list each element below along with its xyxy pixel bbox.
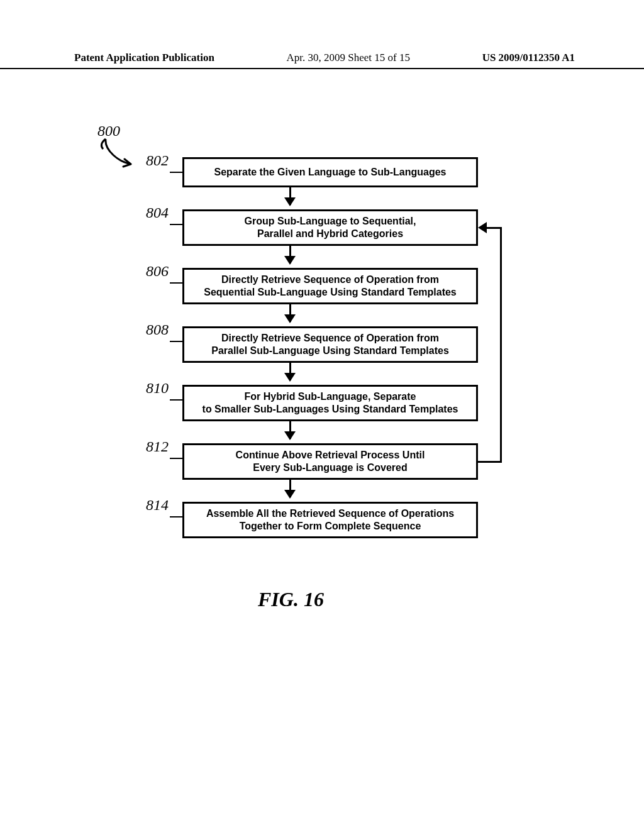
- ref-802: 802: [146, 152, 169, 169]
- lead-804: [170, 224, 184, 225]
- arrow-808-810: [289, 363, 291, 380]
- lead-814: [170, 516, 184, 517]
- arrow-812-814: [289, 480, 291, 497]
- ref-810: 810: [146, 380, 169, 397]
- ref-808: 808: [146, 321, 169, 338]
- lead-806: [170, 282, 184, 284]
- step-box-804: Group Sub-Language to Sequential,Paralle…: [182, 209, 478, 246]
- step-text-812: Continue Above Retrieval Process UntilEv…: [236, 449, 425, 474]
- step-text-810: For Hybrid Sub-Language, Separateto Smal…: [203, 390, 458, 416]
- arrow-810-812: [289, 421, 291, 439]
- feedback-arrowhead: [478, 222, 487, 233]
- step-box-806: Directly Retrieve Sequence of Operation …: [182, 268, 478, 304]
- step-box-808: Directly Retrieve Sequence of Operation …: [182, 326, 478, 363]
- header-left: Patent Application Publication: [74, 52, 214, 64]
- step-text-814: Assemble All the Retrieved Sequence of O…: [206, 507, 454, 533]
- ref-800-pointer: [99, 138, 137, 175]
- ref-812: 812: [146, 438, 169, 455]
- arrow-802-804: [289, 187, 291, 205]
- step-box-812: Continue Above Retrieval Process UntilEv…: [182, 443, 478, 480]
- feedback-h-bottom: [478, 461, 502, 463]
- arrow-806-808: [289, 304, 291, 322]
- ref-806: 806: [146, 263, 169, 280]
- feedback-h-top: [486, 227, 502, 229]
- lead-802: [170, 172, 184, 173]
- arrow-804-806: [289, 246, 291, 263]
- step-box-802: Separate the Given Language to Sub-Langu…: [182, 157, 478, 187]
- ref-814: 814: [146, 497, 169, 514]
- step-box-810: For Hybrid Sub-Language, Separateto Smal…: [182, 385, 478, 421]
- step-text-808: Directly Retrieve Sequence of Operation …: [211, 332, 449, 357]
- step-text-804: Group Sub-Language to Sequential,Paralle…: [245, 215, 416, 240]
- header-right: US 2009/0112350 A1: [482, 52, 575, 64]
- page-header: Patent Application Publication Apr. 30, …: [0, 52, 644, 69]
- figure-caption: FIG. 16: [258, 588, 324, 611]
- lead-808: [170, 341, 184, 342]
- step-text-802: Separate the Given Language to Sub-Langu…: [214, 166, 447, 179]
- ref-804: 804: [146, 204, 169, 221]
- step-text-806: Directly Retrieve Sequence of Operation …: [204, 274, 457, 299]
- step-box-814: Assemble All the Retrieved Sequence of O…: [182, 502, 478, 538]
- ref-800: 800: [97, 123, 120, 140]
- header-mid: Apr. 30, 2009 Sheet 15 of 15: [287, 52, 410, 64]
- lead-810: [170, 399, 184, 401]
- feedback-v: [500, 227, 502, 463]
- figure-caption-text: FIG. 16: [258, 588, 324, 611]
- lead-812: [170, 458, 184, 459]
